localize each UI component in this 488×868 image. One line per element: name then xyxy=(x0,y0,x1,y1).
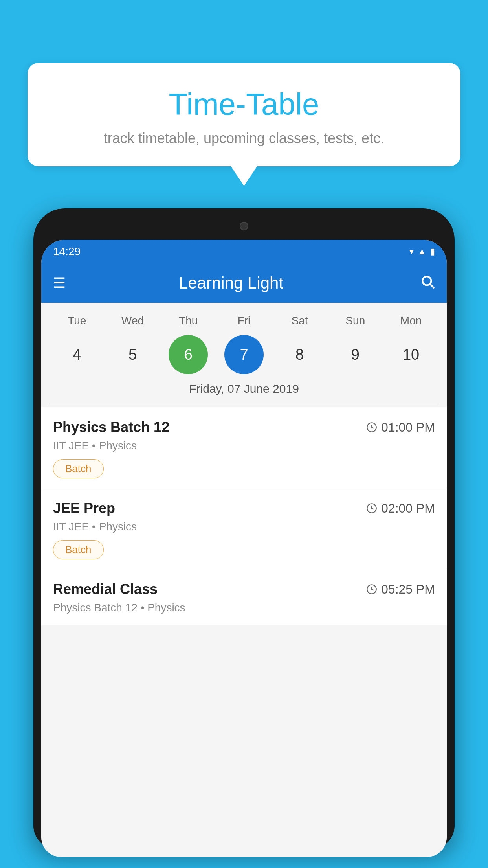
class-tag-1: Batch xyxy=(53,459,104,478)
day-labels: Tue Wed Thu Fri Sat Sun Mon xyxy=(41,311,447,331)
class-time-2: 02:00 PM xyxy=(366,501,435,516)
class-item-remedial[interactable]: Remedial Class 05:25 PM Physics Batch 12… xyxy=(41,569,447,625)
class-list: Physics Batch 12 01:00 PM IIT JEE • Phys… xyxy=(41,407,447,625)
phone-frame: 14:29 ▾ ▲ ▮ ☰ Learning Light xyxy=(33,208,455,868)
class-item-jee-prep[interactable]: JEE Prep 02:00 PM IIT JEE • Physics Batc… xyxy=(41,488,447,569)
day-7-selected[interactable]: 7 xyxy=(224,335,264,374)
class-name-2: JEE Prep xyxy=(53,500,115,517)
phone-notch xyxy=(213,216,275,236)
day-label-thu: Thu xyxy=(169,314,208,327)
day-label-wed: Wed xyxy=(113,314,152,327)
class-time-3: 05:25 PM xyxy=(366,582,435,597)
app-bar: ☰ Learning Light xyxy=(41,263,447,303)
selected-date-label: Friday, 07 June 2019 xyxy=(41,378,447,403)
day-6-today[interactable]: 6 xyxy=(169,335,208,374)
day-label-sat: Sat xyxy=(280,314,319,327)
day-4[interactable]: 4 xyxy=(57,335,97,374)
day-label-tue: Tue xyxy=(57,314,97,327)
day-8[interactable]: 8 xyxy=(280,335,319,374)
day-5[interactable]: 5 xyxy=(113,335,152,374)
bubble-subtitle: track timetable, upcoming classes, tests… xyxy=(47,130,441,147)
wifi-icon: ▾ xyxy=(409,246,414,257)
speech-bubble: Time-Table track timetable, upcoming cla… xyxy=(28,63,460,166)
clock-icon-2 xyxy=(366,503,377,514)
day-9[interactable]: 9 xyxy=(336,335,375,374)
class-item-top-3: Remedial Class 05:25 PM xyxy=(53,581,435,598)
calendar-divider xyxy=(49,403,439,403)
class-time-1: 01:00 PM xyxy=(366,420,435,435)
day-numbers: 4 5 6 7 8 9 10 xyxy=(41,331,447,378)
clock-icon-3 xyxy=(366,584,377,595)
day-label-fri: Fri xyxy=(224,314,264,327)
speech-bubble-container: Time-Table track timetable, upcoming cla… xyxy=(28,63,460,166)
day-10[interactable]: 10 xyxy=(391,335,431,374)
signal-icon: ▲ xyxy=(418,246,426,257)
phone-outer: 14:29 ▾ ▲ ▮ ☰ Learning Light xyxy=(33,208,455,849)
class-tag-2: Batch xyxy=(53,540,104,559)
class-name-3: Remedial Class xyxy=(53,581,158,598)
svg-line-1 xyxy=(430,284,434,288)
class-meta-2: IIT JEE • Physics xyxy=(53,520,435,533)
day-label-sun: Sun xyxy=(336,314,375,327)
status-icons: ▾ ▲ ▮ xyxy=(409,246,435,257)
battery-icon: ▮ xyxy=(430,246,435,257)
app-title: Learning Light xyxy=(77,274,385,292)
phone-screen: 14:29 ▾ ▲ ▮ ☰ Learning Light xyxy=(41,240,447,857)
phone-top-bar xyxy=(41,216,447,240)
clock-icon-1 xyxy=(366,422,377,433)
class-name-1: Physics Batch 12 xyxy=(53,419,169,436)
calendar-header: Tue Wed Thu Fri Sat Sun Mon 4 5 6 7 8 9 … xyxy=(41,303,447,407)
phone-camera xyxy=(240,222,248,230)
bubble-title: Time-Table xyxy=(47,86,441,122)
class-meta-1: IIT JEE • Physics xyxy=(53,440,435,452)
class-meta-3: Physics Batch 12 • Physics xyxy=(53,601,435,614)
day-label-mon: Mon xyxy=(391,314,431,327)
status-time: 14:29 xyxy=(53,245,81,258)
class-item-top-2: JEE Prep 02:00 PM xyxy=(53,500,435,517)
search-icon[interactable] xyxy=(420,274,435,292)
class-item-top-1: Physics Batch 12 01:00 PM xyxy=(53,419,435,436)
class-item-physics-batch-12[interactable]: Physics Batch 12 01:00 PM IIT JEE • Phys… xyxy=(41,407,447,488)
status-bar: 14:29 ▾ ▲ ▮ xyxy=(41,240,447,263)
hamburger-icon[interactable]: ☰ xyxy=(53,275,66,291)
